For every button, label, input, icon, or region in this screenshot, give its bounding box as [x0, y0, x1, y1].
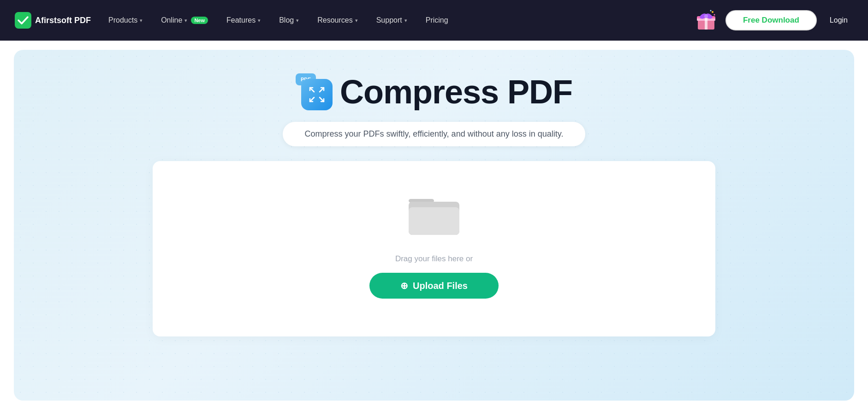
nav-item-features[interactable]: Features ▾: [218, 12, 269, 28]
svg-point-9: [713, 14, 715, 16]
nav-item-pricing[interactable]: Pricing: [417, 12, 457, 28]
gift-icon[interactable]: [694, 8, 718, 32]
logo-text: Afirstsoft PDF: [35, 16, 91, 25]
svg-rect-3: [705, 16, 707, 30]
chevron-down-icon: ▾: [404, 18, 407, 24]
upload-area: Drag your files here or ⊕ Upload Files: [153, 161, 715, 336]
hero-subtitle: Compress your PDFs swiftly, efficiently,…: [283, 122, 586, 146]
upload-btn-label: Upload Files: [413, 281, 468, 291]
login-button[interactable]: Login: [824, 12, 853, 28]
chevron-down-icon: ▾: [258, 18, 261, 24]
nav-label-online: Online: [161, 16, 182, 24]
svg-point-10: [710, 10, 711, 12]
drag-text: Drag your files here or: [395, 254, 473, 264]
logo-icon: [15, 12, 31, 29]
compress-arrows-svg: [308, 86, 326, 103]
svg-point-8: [712, 11, 713, 13]
svg-point-7: [704, 14, 708, 18]
upload-files-button[interactable]: ⊕ Upload Files: [369, 273, 499, 299]
hero-title-area: PDF: [32, 73, 836, 336]
logo-link[interactable]: Afirstsoft PDF: [15, 12, 91, 29]
svg-rect-17: [409, 207, 459, 235]
svg-line-14: [320, 97, 324, 102]
nav-item-blog[interactable]: Blog ▾: [271, 12, 307, 28]
free-download-button[interactable]: Free Download: [725, 10, 817, 30]
navbar: Afirstsoft PDF Products ▾ Online ▾ New F…: [0, 0, 868, 41]
nav-label-features: Features: [226, 16, 256, 24]
nav-item-support[interactable]: Support ▾: [368, 12, 416, 28]
chevron-down-icon: ▾: [296, 18, 299, 24]
chevron-down-icon: ▾: [140, 18, 143, 24]
nav-item-online[interactable]: Online ▾ New: [153, 12, 216, 28]
new-badge: New: [191, 17, 208, 24]
nav-item-products[interactable]: Products ▾: [100, 12, 151, 28]
svg-rect-0: [15, 12, 31, 29]
compress-pdf-icon: PDF: [296, 73, 333, 110]
nav-label-support: Support: [376, 16, 402, 24]
svg-rect-4: [697, 18, 715, 21]
nav-label-pricing: Pricing: [426, 16, 448, 24]
hero-icon-title: PDF: [296, 73, 572, 111]
page-title: Compress PDF: [340, 73, 572, 111]
folder-icon: [404, 189, 464, 241]
svg-line-12: [320, 88, 324, 92]
svg-line-13: [310, 97, 314, 102]
nav-label-blog: Blog: [279, 16, 294, 24]
chevron-down-icon: ▾: [184, 18, 187, 24]
nav-item-resources[interactable]: Resources ▾: [309, 12, 366, 28]
folder-svg: [404, 189, 464, 240]
chevron-down-icon: ▾: [355, 18, 358, 24]
plus-icon: ⊕: [400, 280, 408, 291]
gift-svg: [694, 8, 718, 32]
nav-label-resources: Resources: [317, 16, 352, 24]
hero-section: PDF: [14, 50, 854, 401]
compress-icon-bg: [301, 79, 333, 110]
nav-label-products: Products: [108, 16, 137, 24]
svg-line-11: [310, 88, 314, 92]
